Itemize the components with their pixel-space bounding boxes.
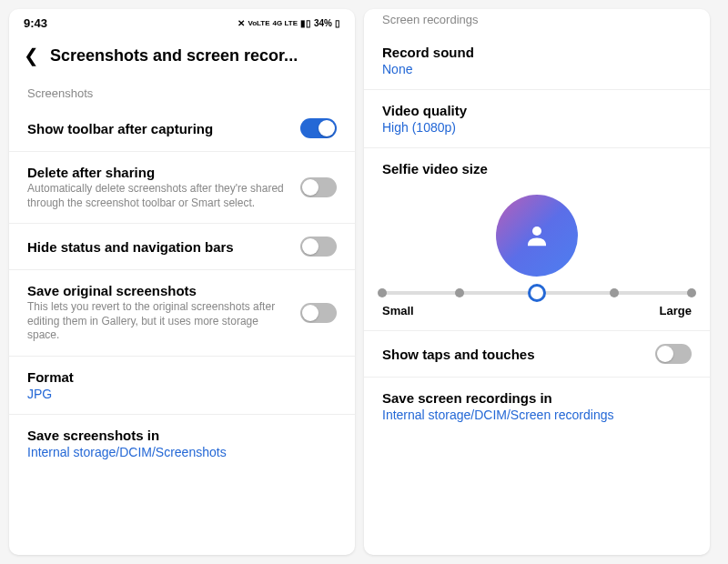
item-title: Delete after sharing: [27, 165, 289, 180]
toggle-hide-bars[interactable]: [300, 237, 337, 257]
item-title: Show taps and touches: [382, 347, 644, 362]
item-title: Hide status and navigation bars: [27, 239, 289, 255]
status-bar: 9:43 ✕ VoLTE 4G LTE ▮▯ 34% ▯: [9, 9, 355, 34]
slider-labels: Small Large: [382, 304, 692, 317]
slider-label-large: Large: [660, 304, 692, 317]
toggle-save-original[interactable]: [300, 303, 337, 323]
item-value: JPG: [27, 387, 337, 401]
signal-icon: ▮▯: [300, 18, 311, 28]
item-delete-after-sharing[interactable]: Delete after sharing Automatically delet…: [9, 152, 355, 224]
person-icon: [523, 222, 551, 249]
phone-right: Screen recordings Record sound None Vide…: [364, 9, 710, 555]
item-show-toolbar[interactable]: Show toolbar after capturing: [9, 106, 355, 152]
section-label-recordings: Screen recordings: [364, 9, 710, 32]
item-title: Save screenshots in: [27, 428, 337, 443]
lte-icon: 4G LTE: [273, 19, 298, 27]
toggle-show-toolbar[interactable]: [300, 118, 337, 138]
item-selfie-size: Selfie video size Small Large: [364, 148, 710, 331]
mute-icon: ✕: [238, 18, 245, 28]
section-label-screenshots: Screenshots: [9, 77, 355, 106]
volte-icon: VoLTE: [248, 19, 269, 27]
battery-percent: 34%: [314, 18, 332, 28]
item-save-screenshots-in[interactable]: Save screenshots in Internal storage/DCI…: [9, 415, 355, 472]
selfie-avatar-circle: [496, 195, 578, 277]
item-title: Show toolbar after capturing: [27, 121, 289, 136]
item-record-sound[interactable]: Record sound None: [364, 32, 710, 90]
item-show-taps[interactable]: Show taps and touches: [364, 331, 710, 378]
item-subtitle: This lets you revert to the original scr…: [27, 300, 289, 343]
item-save-original[interactable]: Save original screenshots This lets you …: [9, 270, 355, 357]
item-value: Internal storage/DCIM/Screenshots: [27, 445, 337, 459]
item-video-quality[interactable]: Video quality High (1080p): [364, 90, 710, 148]
selfie-preview: [382, 195, 692, 277]
item-title: Save original screenshots: [27, 283, 289, 298]
item-title: Selfie video size: [382, 161, 692, 176]
item-hide-bars[interactable]: Hide status and navigation bars: [9, 224, 355, 270]
item-title: Record sound: [382, 45, 692, 60]
item-title: Video quality: [382, 103, 692, 118]
phone-left: 9:43 ✕ VoLTE 4G LTE ▮▯ 34% ▯ ❮ Screensho…: [9, 9, 355, 555]
svg-point-0: [532, 227, 541, 236]
toggle-show-taps[interactable]: [655, 344, 692, 364]
item-format[interactable]: Format JPG: [9, 357, 355, 415]
item-value: High (1080p): [382, 120, 692, 135]
back-icon[interactable]: ❮: [24, 45, 39, 66]
item-subtitle: Automatically delete screenshots after t…: [27, 182, 289, 210]
slider-label-small: Small: [382, 304, 414, 317]
toggle-delete-after-sharing[interactable]: [300, 177, 337, 197]
selfie-size-slider[interactable]: [382, 291, 692, 295]
item-title: Save screen recordings in: [382, 390, 692, 406]
header: ❮ Screenshots and screen recor...: [9, 34, 355, 77]
status-time: 9:43: [24, 16, 47, 30]
status-icons: ✕ VoLTE 4G LTE ▮▯ 34% ▯: [238, 18, 340, 28]
item-title: Format: [27, 369, 337, 385]
item-save-recordings-in[interactable]: Save screen recordings in Internal stora…: [364, 378, 710, 435]
item-value: Internal storage/DCIM/Screen recordings: [382, 408, 692, 422]
page-title: Screenshots and screen recor...: [50, 46, 340, 65]
battery-icon: ▯: [335, 18, 340, 28]
slider-thumb[interactable]: [528, 284, 546, 302]
item-value: None: [382, 62, 692, 76]
